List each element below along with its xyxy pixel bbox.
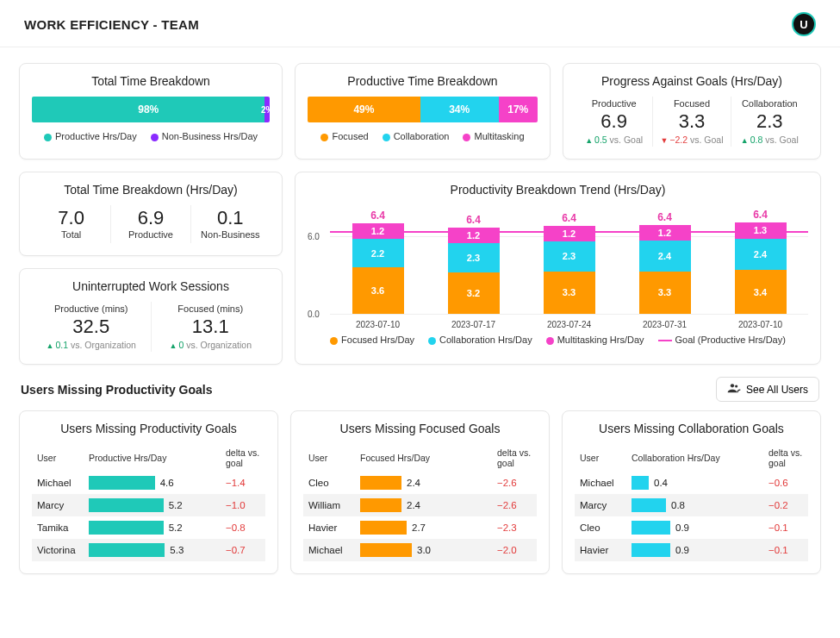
cell-bar: 4.6 [84, 472, 221, 494]
dashboard-content: Total Time Breakdown 98%2% Productive Hr… [0, 47, 840, 602]
bar-group: 6.43.62.21.2 [351, 210, 406, 314]
bar-segment: 3.2 [448, 272, 500, 314]
metric: Productive6.90.5 vs. Goal [576, 97, 652, 147]
cell-user: Marcy [575, 494, 626, 516]
section-heading: Users Missing Productivity Goals [21, 383, 213, 397]
cell-bar: 2.4 [355, 494, 492, 516]
bar-segment: 3.4 [735, 270, 787, 314]
avatar[interactable]: U [792, 12, 816, 36]
card-trend-chart: Productivity Breakdown Trend (Hrs/Day) 0… [295, 172, 821, 365]
cell-user: Cleo [303, 472, 355, 494]
bar-segment: 2.4 [639, 241, 691, 272]
table-row: Havier2.7−2.3 [303, 516, 537, 539]
bar-total-label: 6.4 [657, 211, 672, 223]
col-delta: delta vs. goal [763, 444, 808, 472]
bar-segment: 2.3 [544, 241, 595, 272]
col-user: User [303, 444, 355, 472]
col-metric: Collaboration Hrs/Day [626, 444, 763, 472]
legend-item: Collaboration Hrs/Day [428, 335, 532, 345]
cell-bar: 3.0 [355, 539, 492, 561]
row-tables: Users Missing Productivity GoalsUserProd… [19, 410, 821, 574]
metric-delta: 0.1 vs. Organization [37, 340, 146, 350]
bar-segment: 3.6 [352, 267, 404, 314]
legend-dot-icon [151, 134, 159, 141]
cell-user: Victorina [32, 539, 84, 561]
y-tick-label: 6.0 [308, 232, 320, 241]
legend-line-icon [658, 340, 672, 341]
mini-bar [360, 521, 407, 535]
metric-delta: −2.2 vs. Goal [658, 134, 725, 145]
see-all-users-button[interactable]: See All Users [716, 377, 819, 402]
y-tick-label: 0.0 [308, 310, 320, 319]
cell-value: 0.4 [654, 478, 668, 488]
cell-value: 5.2 [169, 500, 183, 510]
bar-segment: 1.2 [352, 223, 404, 239]
metric-label: Productive (mins) [37, 303, 146, 314]
cell-bar: 0.9 [626, 516, 763, 539]
col-delta: delta vs. goal [221, 444, 265, 472]
cell-value: 0.8 [671, 500, 685, 510]
card-users-table: Users Missing Productivity GoalsUserProd… [19, 410, 278, 574]
bar-segment: 2.2 [352, 239, 404, 267]
cell-delta: −2.3 [492, 516, 537, 539]
mini-bar [632, 476, 649, 490]
bar-segment: 3.3 [639, 272, 691, 315]
users-table: UserCollaboration Hrs/Daydelta vs. goalM… [575, 444, 808, 561]
legend-dot-icon [330, 337, 338, 345]
cell-value: 5.2 [169, 522, 183, 533]
bar-total-label: 6.4 [466, 214, 481, 226]
trend-barchart: 0.06.06.43.62.21.26.43.22.31.26.43.32.31… [308, 205, 808, 326]
bar-segment: 1.2 [639, 225, 691, 241]
total-breakdown-legend: Productive Hrs/DayNon-Business Hrs/Day [32, 131, 270, 141]
total-hrs-metrics: 7.0Total6.9Productive0.1Non-Business [32, 205, 270, 243]
cell-user: Cleo [575, 516, 626, 539]
mini-bar [360, 498, 401, 512]
metric-label: Productive [116, 229, 184, 240]
metric-value: 3.3 [658, 110, 725, 133]
bar-segment: 2.4 [735, 239, 787, 270]
cell-user: Michael [32, 472, 84, 494]
card-goals: Progress Against Goals (Hrs/Day) Product… [563, 63, 821, 160]
cell-bar: 2.7 [355, 516, 492, 539]
x-tick-label: 2023-07-31 [631, 320, 700, 329]
mini-bar [360, 476, 401, 490]
bar-group: 6.43.22.31.2 [446, 214, 501, 315]
card-title: Productive Time Breakdown [308, 74, 538, 88]
legend-item: Productive Hrs/Day [44, 131, 137, 141]
x-tick-label: 2023-07-17 [439, 320, 508, 329]
cell-bar: 0.4 [626, 472, 763, 494]
bar-segment: 1.3 [735, 222, 787, 240]
cell-delta: −2.6 [492, 494, 537, 516]
cell-delta: −0.2 [763, 494, 808, 516]
cell-delta: −0.7 [221, 539, 265, 561]
legend-item: Focused [320, 131, 368, 141]
card-title: Uninterrupted Work Sessions [32, 279, 270, 293]
col-metric: Focused Hrs/Day [355, 444, 492, 472]
card-title: Total Time Breakdown (Hrs/Day) [32, 183, 270, 197]
cell-bar: 0.9 [626, 539, 763, 561]
legend-dot-icon [383, 134, 390, 141]
table-row: Michael4.6−1.4 [32, 472, 265, 494]
legend-dot-icon [546, 337, 554, 345]
cell-bar: 5.2 [84, 516, 221, 539]
legend-dot-icon [463, 134, 470, 141]
bar-segment: 49% [308, 97, 420, 122]
legend-item: Goal (Productive Hrs/Day) [658, 335, 786, 345]
card-title: Productivity Breakdown Trend (Hrs/Day) [308, 183, 808, 197]
header: WORK EFFICIENCY - TEAM U [0, 0, 840, 47]
metric: 7.0Total [32, 205, 110, 243]
left-col: Total Time Breakdown (Hrs/Day) 7.0Total6… [19, 172, 283, 365]
table-row: Havier0.9−0.1 [575, 539, 808, 561]
col-delta: delta vs. goal [492, 444, 537, 472]
metric-value: 32.5 [37, 316, 146, 338]
legend-dot-icon [320, 134, 328, 141]
table-row: Marcy5.2−1.0 [32, 494, 265, 516]
card-users-table: Users Missing Collaboration GoalsUserCol… [562, 410, 821, 574]
cell-delta: −0.6 [763, 472, 808, 494]
cell-user: Michael [303, 539, 355, 561]
mini-bar [632, 521, 670, 535]
mini-bar [632, 543, 670, 557]
bar-segment: 2.3 [448, 243, 500, 273]
col-user: User [575, 444, 626, 472]
cell-delta: −2.6 [492, 472, 537, 494]
